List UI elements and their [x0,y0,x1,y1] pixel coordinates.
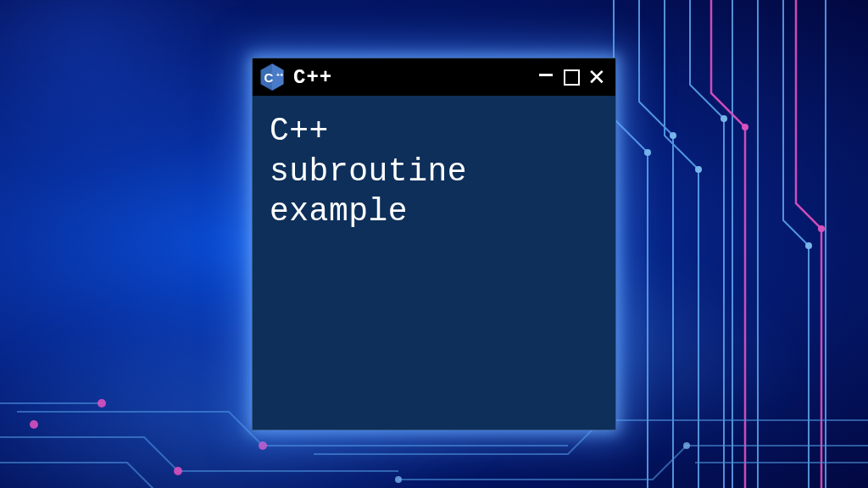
window-content: C++ subroutine example [253,96,615,430]
content-line-2: subroutine [270,152,598,192]
svg-point-11 [30,420,38,429]
svg-point-6 [818,225,825,232]
svg-point-13 [683,442,690,449]
svg-point-1 [670,132,676,139]
window-controls: ✕ [536,67,607,87]
svg-point-3 [721,115,727,122]
svg-point-10 [97,399,106,408]
svg-point-5 [742,124,748,130]
content-line-1: C++ [270,111,598,152]
app-window: C + + C++ ✕ C++ subroutine example [252,58,616,430]
close-button[interactable]: ✕ [587,67,607,87]
cpp-logo-icon: C + + [259,63,285,92]
maximize-button[interactable] [561,67,581,87]
content-line-3: example [270,191,598,232]
svg-point-4 [805,242,812,249]
svg-text:C: C [264,70,273,85]
svg-point-2 [695,166,702,173]
svg-point-0 [644,149,651,156]
svg-text:+: + [280,72,283,78]
svg-point-7 [174,467,182,475]
minimize-button[interactable] [536,67,556,87]
window-title: C++ [293,66,527,89]
svg-point-14 [395,476,402,483]
svg-point-8 [259,441,267,450]
window-titlebar[interactable]: C + + C++ ✕ [253,58,615,96]
